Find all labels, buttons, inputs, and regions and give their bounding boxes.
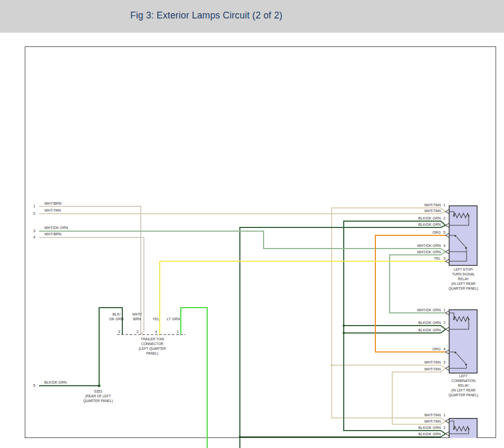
wire-label: BRN <box>133 317 141 321</box>
pin-number: 2 <box>443 321 445 325</box>
wire-label: WHT/TAN <box>424 203 441 207</box>
wire-label: WHT/DK GRN <box>417 250 441 254</box>
wire-label: ORG <box>432 347 441 351</box>
pin-number: 3 <box>118 330 120 333</box>
pin-number: 3 <box>443 256 445 260</box>
wire-label: LT GRN <box>167 317 180 321</box>
pin-number: 5 <box>443 231 445 234</box>
pin-number: 1 <box>177 330 179 333</box>
wire-label: YEL <box>434 256 441 260</box>
component-caption: LEFT <box>459 374 468 378</box>
wire-wht-dk-grn-left <box>39 231 445 252</box>
wire-yel <box>160 261 445 335</box>
wire-label: YEL <box>152 317 159 321</box>
wire-label: WHT/TAN <box>424 360 441 364</box>
wire-wht-tan-long <box>39 212 445 214</box>
diagram-canvas-border <box>25 47 496 438</box>
wire-label: BLK/DK GRN <box>419 328 441 332</box>
component-caption: RELAY <box>458 384 469 387</box>
wire-blk-dk-grn-down <box>240 225 445 448</box>
pin-number: 3 <box>443 360 445 364</box>
wire-blk-dk-grn-relay3-b <box>240 434 445 437</box>
splice-dot-s353 <box>98 384 100 387</box>
wire-group <box>39 206 445 448</box>
component-caption: TURN SIGNAL <box>452 272 475 276</box>
wire-label: BLK/DK GRN <box>419 321 441 325</box>
pin-number: 2 <box>443 216 445 220</box>
junction-dot <box>239 436 241 438</box>
junction-dot <box>343 332 345 334</box>
pin-number: 2 <box>137 330 139 333</box>
pin-number: 3 <box>33 229 35 233</box>
wire-label: BLK/DK GRN <box>44 380 66 384</box>
pin-number: 4 <box>155 330 157 333</box>
wire-label: WHT/ <box>132 312 142 316</box>
component-caption: QUARTER PANEL) <box>449 287 478 291</box>
pin-number: 1 <box>443 203 445 207</box>
wire-label: DK GRN <box>109 317 123 321</box>
junction-dot <box>343 325 345 327</box>
component-caption: QUARTER PANEL) <box>449 393 478 397</box>
component-caption: RELAY <box>458 277 469 281</box>
component-caption: PANEL) <box>147 351 159 356</box>
component-caption: (IN LEFT REAR <box>451 388 476 393</box>
pin-number: 5 <box>33 384 35 387</box>
wire-label: WHT/BRN <box>44 202 62 205</box>
trailer-connector-labels: BLK/ DK GRN WHT/ BRN YEL LT GRN 3 2 4 1 … <box>109 312 180 356</box>
component-caption: COMBINATION <box>451 379 476 383</box>
component-caption: QUARTER PANEL) <box>83 399 113 403</box>
splice-name: S353 <box>94 389 102 393</box>
wire-label: WHT/DK GRN <box>44 226 68 230</box>
pin-number: 4 <box>443 347 445 351</box>
component-caption: (LEFT QUARTER <box>139 347 166 351</box>
pin-number: 2 <box>33 212 35 215</box>
component-caption: LEFT STOP/ <box>454 268 473 271</box>
wire-wht-tan-relay-bus <box>332 208 445 421</box>
wiring-diagram: 1 WHT/BRN 2 WHT/TAN 3 WHT/DK GRN 4 WHT/B… <box>0 0 504 448</box>
pin-number: 1 <box>443 413 445 417</box>
component-caption: CONNECTOR <box>141 342 163 346</box>
junction-dot <box>331 364 333 366</box>
wire-label: ORG <box>432 231 441 234</box>
wire-label: WHT/TAN <box>44 208 61 212</box>
wire-label: BLK/DK GRN <box>419 216 441 220</box>
wire-label: WHT/BRN <box>44 232 62 236</box>
wire-lt-grn <box>181 308 207 448</box>
component-caption: (REAR OF LEFT <box>85 394 111 398</box>
wire-label: WHT/DK GRN <box>417 308 441 312</box>
pin-number: 1 <box>33 204 35 208</box>
component-caption: TRAILER TOW <box>141 337 164 341</box>
wire-label: WHT/DK GRN <box>417 244 441 247</box>
splice-labels: S353 (REAR OF LEFT QUARTER PANEL) <box>83 389 113 403</box>
component-caption: (IN LEFT REAR <box>451 282 476 286</box>
pin-number: 4 <box>33 235 35 239</box>
wire-label: WHT/TAN <box>424 413 441 417</box>
wire-label: BLK/DK GRN <box>419 426 441 430</box>
pin-terminal-arrows <box>445 209 449 436</box>
wire-label: BLK/DK GRN <box>419 432 441 436</box>
pin-number: 1 <box>443 308 445 312</box>
pin-number: 4 <box>443 244 445 247</box>
wire-label: WHT/TAN <box>424 367 441 371</box>
wire-wht-brn-2 <box>39 237 144 335</box>
left-pin-labels: 1 WHT/BRN 2 WHT/TAN 3 WHT/DK GRN 4 WHT/B… <box>33 202 68 387</box>
wire-label: WHT/TAN <box>424 420 441 423</box>
pin-number: 2 <box>443 426 445 430</box>
wire-label: BLK/ <box>112 312 120 316</box>
wire-label: BLK/DK GRN <box>419 223 441 226</box>
wire-label: WHT/TAN <box>424 209 441 213</box>
